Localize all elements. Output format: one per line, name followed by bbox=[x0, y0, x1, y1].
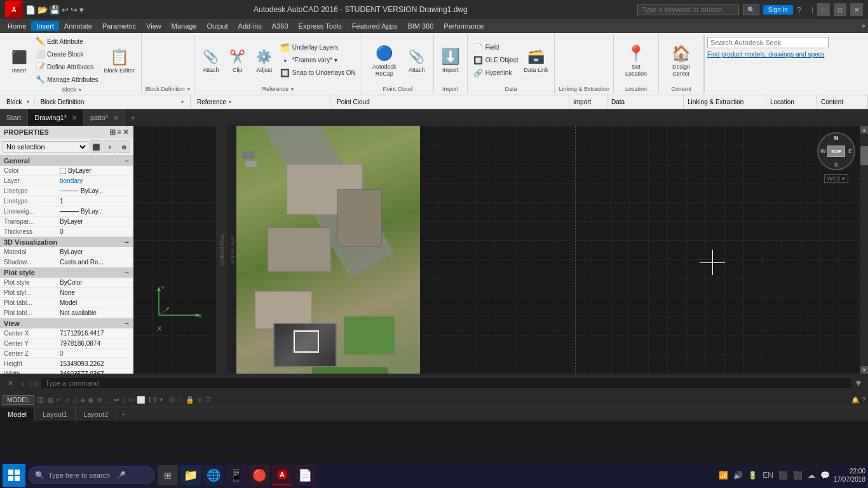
general-section-collapse[interactable]: − bbox=[125, 157, 129, 165]
tray-volume-icon[interactable]: 🔊 bbox=[733, 471, 743, 480]
create-block-button[interactable]: ⬜ Create Block bbox=[33, 48, 100, 60]
tray-action-icon[interactable]: 💬 bbox=[820, 471, 830, 480]
ref-row-chevron[interactable]: ▾ bbox=[229, 99, 231, 105]
menu-featured[interactable]: Featured Apps bbox=[347, 21, 403, 31]
hyperlink-button[interactable]: 🔗 Hyperlink bbox=[471, 67, 520, 79]
attach-cloud-button[interactable]: 📎 Attach bbox=[404, 45, 430, 75]
tab-start[interactable]: Start bbox=[0, 109, 28, 126]
scroll-down-btn[interactable]: ▼ bbox=[860, 366, 868, 374]
menu-performance[interactable]: Performance bbox=[438, 21, 489, 31]
props-select-btn2[interactable]: + bbox=[104, 140, 116, 153]
grid-toggle[interactable]: ▦ bbox=[47, 396, 53, 404]
tab-add-layout[interactable]: + bbox=[116, 407, 130, 421]
block-def-row-chevron[interactable]: ▾ bbox=[181, 99, 184, 105]
prop-layer-value[interactable]: bondary bbox=[57, 177, 133, 185]
isolate-icon[interactable]: 🔒 bbox=[186, 396, 194, 404]
set-location-button[interactable]: 📍 Set Location bbox=[618, 42, 654, 79]
plot-section-collapse[interactable]: − bbox=[125, 269, 129, 276]
menu-parametric[interactable]: Parametric bbox=[97, 21, 141, 31]
taskbar-app-phone[interactable]: 📱 bbox=[226, 465, 247, 485]
prop-centery-value[interactable]: 7978186.0874 bbox=[57, 339, 133, 348]
sel-icon[interactable]: ⬜ bbox=[137, 396, 146, 404]
manage-attributes-button[interactable]: 🔧 Manage Attributes bbox=[33, 74, 100, 85]
system-clock[interactable]: 22:00 17/07/2018 bbox=[834, 467, 865, 484]
lw-icon[interactable]: ≡ bbox=[122, 396, 126, 403]
taskbar-app-browser[interactable]: 🔴 bbox=[249, 465, 269, 485]
import-button[interactable]: ⬇️ Import bbox=[438, 45, 463, 75]
block-editor-button[interactable]: 📋 Block Editor bbox=[102, 46, 137, 76]
menu-annotate[interactable]: Annotate bbox=[59, 21, 97, 31]
prop-color-value[interactable]: ByLayer bbox=[57, 166, 133, 175]
menu-addins[interactable]: Add-ins bbox=[233, 21, 267, 31]
tab-patio-close[interactable]: ✕ bbox=[113, 114, 118, 121]
data-link-button[interactable]: 🗃️ Data Link bbox=[521, 45, 550, 75]
otrack-icon[interactable]: ⊕ bbox=[97, 396, 102, 404]
prop-centerx-value[interactable]: 71712916.4417 bbox=[57, 329, 133, 337]
menu-view[interactable]: View bbox=[141, 21, 166, 31]
status-help[interactable]: ? bbox=[862, 396, 865, 403]
gear-icon[interactable]: ⚙ bbox=[168, 396, 175, 404]
props-select-btn1[interactable]: ⬛ bbox=[90, 140, 102, 153]
scroll-up-btn[interactable]: ▲ bbox=[860, 126, 868, 133]
snap-underlays-button[interactable]: 🔲 Snap to Underlays ON bbox=[278, 67, 358, 79]
ole-object-button[interactable]: 🔲 OLE Object bbox=[471, 55, 520, 66]
new-icon[interactable]: 📄 bbox=[25, 5, 36, 15]
prop-shadow-value[interactable]: Casts and Re... bbox=[57, 258, 133, 266]
tray-2-icon[interactable]: ⬛ bbox=[793, 471, 803, 480]
edit-attribute-button[interactable]: ✏️ Edit Attribute bbox=[33, 36, 100, 47]
tab-layout1[interactable]: Layout1 bbox=[35, 407, 76, 421]
workspace-icon[interactable]: ⊞ bbox=[197, 396, 203, 404]
more-icon[interactable]: ▾ bbox=[79, 5, 84, 15]
attach-button[interactable]: 📎 Attach bbox=[198, 45, 224, 75]
grid-icon[interactable]: ⊞ bbox=[37, 395, 44, 405]
tab-model[interactable]: Model bbox=[0, 407, 35, 421]
menu-bim360[interactable]: BIM 360 bbox=[402, 21, 438, 31]
taskbar-app-explorer[interactable]: 📁 bbox=[180, 465, 201, 485]
open-icon[interactable]: 📂 bbox=[37, 5, 48, 15]
tab-add-button[interactable]: + bbox=[125, 109, 140, 126]
clip-button[interactable]: ✂️ Clip bbox=[225, 45, 250, 75]
selection-dropdown[interactable]: No selection bbox=[3, 141, 88, 152]
coord-icon[interactable]: ⊹ bbox=[177, 396, 183, 404]
frames-vary-button[interactable]: ▪ *Frames vary* ▾ bbox=[278, 55, 358, 66]
prop-plotstyle-value[interactable]: ByColor bbox=[57, 278, 133, 287]
props-section-general[interactable]: General − bbox=[0, 156, 133, 166]
cmd-scroll-btn[interactable]: ↕ bbox=[18, 378, 27, 388]
tray-network-icon[interactable]: 📶 bbox=[719, 471, 728, 480]
model-button[interactable]: MODEL bbox=[3, 395, 34, 405]
maximize-button[interactable]: □ bbox=[834, 3, 846, 16]
design-center-button[interactable]: 🏠 Design Center bbox=[663, 42, 700, 79]
tab-drawing1-close[interactable]: ✕ bbox=[72, 114, 77, 121]
right-scrollbar[interactable]: ▲ ▼ bbox=[860, 126, 868, 374]
autodesk-seek-input[interactable] bbox=[707, 37, 829, 48]
taskbar-app-edge[interactable]: 🌐 bbox=[203, 465, 224, 485]
tray-language-icon[interactable]: EN bbox=[763, 471, 773, 480]
menu-express[interactable]: Express Tools bbox=[294, 21, 347, 31]
ribbon-minimize-icon[interactable]: ▾ bbox=[862, 22, 865, 30]
tab-patio[interactable]: patio* ✕ bbox=[84, 109, 125, 126]
close-button[interactable]: ✕ bbox=[850, 3, 863, 16]
prop-transparency-value[interactable]: ByLayer bbox=[57, 217, 133, 226]
ortho-icon[interactable]: ⊿ bbox=[64, 396, 70, 404]
props-section-3dvis[interactable]: 3D Visualization − bbox=[0, 237, 133, 247]
prop-thickness-value[interactable]: 0 bbox=[57, 227, 133, 236]
osnap-icon[interactable]: ◈ bbox=[80, 396, 85, 404]
block-row-chevron[interactable]: ▾ bbox=[27, 99, 29, 105]
props-close-icon[interactable]: ✕ bbox=[123, 128, 129, 137]
save-icon[interactable]: 💾 bbox=[50, 5, 60, 15]
taskbar-app-taskview[interactable]: ⊞ bbox=[158, 465, 178, 485]
3dosnap-icon[interactable]: ◉ bbox=[88, 396, 94, 404]
redo-icon[interactable]: ↪ bbox=[71, 5, 78, 15]
props-filter-icon[interactable]: ≡ bbox=[117, 128, 121, 137]
prop-plottable-value[interactable]: Model bbox=[57, 299, 133, 307]
compass-widget[interactable]: N S E W TOP bbox=[817, 132, 855, 170]
prop-lineweight-value[interactable]: ByLay... bbox=[57, 207, 133, 215]
field-button[interactable]: 📄 Field bbox=[471, 42, 520, 53]
adjust-button[interactable]: ⚙️ Adjust bbox=[252, 45, 277, 75]
taskbar-search[interactable]: 🔍 Type here to search 🎤 bbox=[28, 466, 155, 484]
prop-linetypescale-value[interactable]: 1 bbox=[57, 197, 133, 205]
underlay-layers-button[interactable]: 🗂️ Underlay Layers bbox=[278, 42, 358, 53]
prop-material-value[interactable]: ByLayer bbox=[57, 248, 133, 256]
block-group-chevron[interactable]: ▾ bbox=[79, 87, 81, 93]
prop-width-value[interactable]: 34603577.0367 bbox=[57, 370, 133, 374]
